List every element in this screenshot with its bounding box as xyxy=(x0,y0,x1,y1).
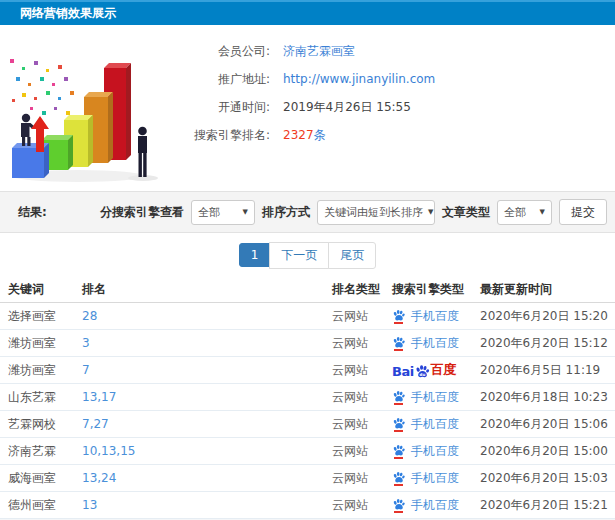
table-header-row: 关键词 排名 排名类型 搜索引擎类型 最新更新时间 xyxy=(0,277,615,303)
rank-type-cell: 云网站 xyxy=(332,470,392,487)
table-row: 山东艺霖 13,17 云网站 手机百度 2020年6月18日 10 xyxy=(0,384,615,411)
table-row: 威海画室 13,24 云网站 手机百度 2020年6月20日 15 xyxy=(0,465,615,492)
rank-type-cell: 云网站 xyxy=(332,497,392,514)
table-row: 潍坊画室 3 云网站 手机百度 2020年6月20日 15:12 xyxy=(0,330,615,357)
engine-name-link: 手机百度 xyxy=(411,335,459,352)
article-select-value: 全部 xyxy=(504,205,526,220)
engine-select[interactable]: 全部 ▼ xyxy=(191,200,255,225)
promo-url-link[interactable]: http://www.jinanyilin.com xyxy=(283,72,435,86)
promo-url-label: 推广地址: xyxy=(182,71,270,88)
last-page-button[interactable]: 尾页 xyxy=(328,242,376,269)
baidu-paw-icon xyxy=(392,336,406,351)
person-watching xyxy=(138,127,147,177)
open-time-value: 2019年4月26日 15:55 xyxy=(283,99,411,116)
engine-cell: 手机百度 xyxy=(392,497,480,514)
engine-cell: Bai du 百度 xyxy=(392,361,480,379)
article-type-label: 文章类型 xyxy=(442,204,490,221)
table-body: 选择画室 28 云网站 手机百度 2020年6月20日 15:20 xyxy=(0,303,615,519)
baidu-logo-text: Bai xyxy=(392,364,414,379)
result-label: 结果: xyxy=(18,204,47,221)
engine-name-link: 手机百度 xyxy=(411,497,459,514)
baidu-paw-icon xyxy=(392,390,406,405)
baidu-paw-icon xyxy=(392,471,406,486)
rank-link[interactable]: 7 xyxy=(82,363,90,377)
keyword-cell: 济南艺霖 xyxy=(0,443,82,460)
keyword-cell: 潍坊画室 xyxy=(0,362,82,379)
rank-type-cell: 云网站 xyxy=(332,335,392,352)
member-info-rows: 会员公司: 济南艺霖画室 推广地址: http://www.jinanyilin… xyxy=(182,25,615,191)
rank-link[interactable]: 10,13,15 xyxy=(82,444,135,458)
submit-button[interactable]: 提交 xyxy=(559,199,607,225)
rank-type-cell: 云网站 xyxy=(332,308,392,325)
article-type-select[interactable]: 全部 ▼ xyxy=(497,200,552,225)
pagination: 1 下一页 尾页 xyxy=(0,233,615,277)
rank-link[interactable]: 13 xyxy=(82,498,97,512)
engine-name-link: 手机百度 xyxy=(411,470,459,487)
table-row: 艺霖网校 7,27 云网站 手机百度 2020年6月20日 15: xyxy=(0,411,615,438)
keyword-cell: 山东艺霖 xyxy=(0,389,82,406)
updated-cell: 2020年6月20日 15:00 xyxy=(480,443,615,460)
engine-type-header: 搜索引擎类型 xyxy=(392,281,480,298)
rank-count-unit-link[interactable]: 条 xyxy=(314,127,326,144)
table-row: 选择画室 28 云网站 手机百度 2020年6月20日 15:20 xyxy=(0,303,615,330)
rank-link[interactable]: 3 xyxy=(82,336,90,350)
mobile-baidu-engine[interactable]: 手机百度 xyxy=(392,335,459,352)
growth-bar-chart-image xyxy=(0,25,182,185)
page-1-button[interactable]: 1 xyxy=(239,243,271,267)
company-label: 会员公司: xyxy=(182,43,270,60)
engine-cell: 手机百度 xyxy=(392,335,480,352)
updated-cell: 2020年6月18日 10:23 xyxy=(480,389,615,406)
page-title-bar: 网络营销效果展示 xyxy=(0,0,615,25)
member-company-link[interactable]: 济南艺霖画室 xyxy=(283,43,355,60)
rank-link[interactable]: 28 xyxy=(82,309,97,323)
baidu-paw-icon xyxy=(392,444,406,459)
rank-count-value: 2327 xyxy=(283,128,314,142)
keyword-cell: 威海画室 xyxy=(0,470,82,487)
confetti-dots xyxy=(10,59,74,115)
page-title: 网络营销效果展示 xyxy=(20,5,116,22)
sort-select[interactable]: 关键词由短到长排序 ▼ xyxy=(317,200,435,225)
updated-cell: 2020年6月20日 15:21 xyxy=(480,497,615,514)
person-on-bar xyxy=(21,114,34,146)
keyword-header: 关键词 xyxy=(0,281,82,298)
table-row: 德州画室 13 云网站 手机百度 2020年6月20日 15:21 xyxy=(0,492,615,519)
updated-cell: 2020年6月20日 15:12 xyxy=(480,335,615,352)
mobile-baidu-engine[interactable]: 手机百度 xyxy=(392,308,459,325)
next-page-button[interactable]: 下一页 xyxy=(269,242,329,269)
member-info-section: 会员公司: 济南艺霖画室 推广地址: http://www.jinanyilin… xyxy=(0,25,615,191)
updated-header: 最新更新时间 xyxy=(480,281,615,298)
mobile-baidu-engine[interactable]: 手机百度 xyxy=(392,416,459,433)
mobile-baidu-engine[interactable]: 手机百度 xyxy=(392,443,459,460)
mobile-baidu-engine[interactable]: 手机百度 xyxy=(392,389,459,406)
rank-link[interactable]: 13,24 xyxy=(82,471,116,485)
engine-cell: 手机百度 xyxy=(392,470,480,487)
rank-type-cell: 云网站 xyxy=(332,389,392,406)
keyword-cell: 潍坊画室 xyxy=(0,335,82,352)
chevron-down-icon: ▼ xyxy=(243,208,248,216)
filter-bar: 结果: 分搜索引擎查看 全部 ▼ 排序方式 关键词由短到长排序 ▼ 文章类型 全… xyxy=(0,191,615,233)
keyword-cell: 德州画室 xyxy=(0,497,82,514)
mobile-baidu-engine[interactable]: 手机百度 xyxy=(392,497,459,514)
baidu-paw-icon xyxy=(392,498,406,513)
updated-cell: 2020年6月5日 11:19 xyxy=(480,362,615,379)
sort-select-value: 关键词由短到长排序 xyxy=(324,205,423,220)
engine-select-value: 全部 xyxy=(198,205,220,220)
rank-type-cell: 云网站 xyxy=(332,443,392,460)
rank-header: 排名 xyxy=(82,281,332,298)
svg-text:du: du xyxy=(419,372,425,377)
mobile-baidu-engine[interactable]: 手机百度 xyxy=(392,470,459,487)
baidu-paw-icon xyxy=(392,309,406,324)
keyword-cell: 艺霖网校 xyxy=(0,416,82,433)
rank-link[interactable]: 13,17 xyxy=(82,390,116,404)
sort-filter-label: 排序方式 xyxy=(262,204,310,221)
keyword-cell: 选择画室 xyxy=(0,308,82,325)
updated-cell: 2020年6月20日 15:03 xyxy=(480,470,615,487)
rank-count-label: 搜索引擎排名: xyxy=(182,127,270,144)
engine-cell: 手机百度 xyxy=(392,389,480,406)
engine-filter-label: 分搜索引擎查看 xyxy=(100,204,184,221)
rank-type-header: 排名类型 xyxy=(332,281,392,298)
engine-name-link: 手机百度 xyxy=(411,389,459,406)
engine-name-link: 手机百度 xyxy=(411,416,459,433)
baidu-logo-engine[interactable]: Bai du 百度 xyxy=(392,361,456,379)
rank-link[interactable]: 7,27 xyxy=(82,417,109,431)
